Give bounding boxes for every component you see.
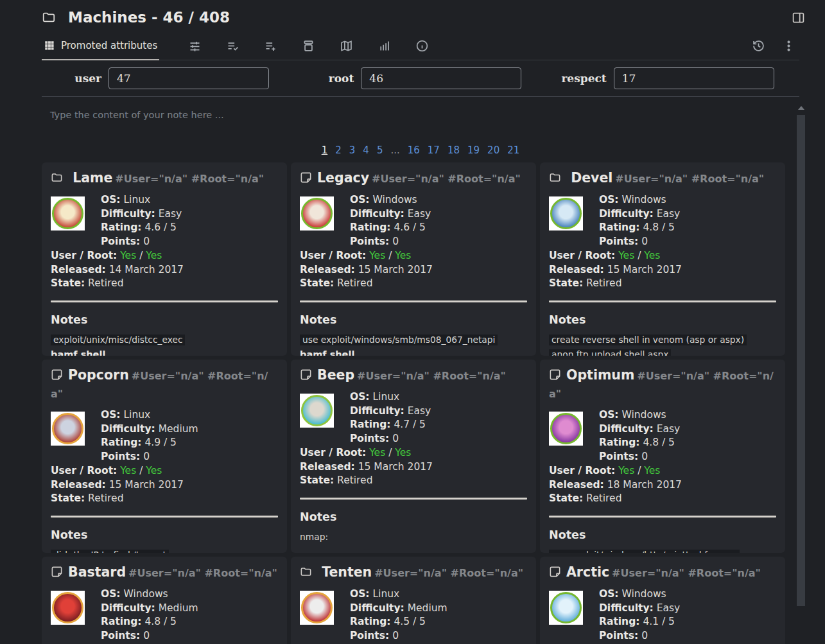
page-link-16[interactable]: 16 bbox=[408, 144, 420, 156]
points-label: Points: bbox=[599, 630, 638, 641]
points-value: 0 bbox=[392, 236, 399, 247]
page-link-4[interactable]: 4 bbox=[363, 144, 369, 156]
released-label: Released: bbox=[549, 264, 604, 275]
notes-heading: Notes bbox=[300, 510, 527, 523]
os-value: Linux bbox=[372, 391, 399, 403]
map-icon[interactable] bbox=[340, 39, 353, 53]
machine-card[interactable]: Optimum#User="n/a" #Root="n/a" OS: Windo… bbox=[540, 360, 785, 553]
note-line: nmap: bbox=[300, 532, 527, 543]
machine-card[interactable]: Legacy#User="n/a" #Root="n/a" OS: Window… bbox=[291, 162, 536, 356]
machine-card[interactable]: Tenten#User="n/a" #Root="n/a" OS: Linux … bbox=[291, 557, 536, 644]
released-value: 15 March 2017 bbox=[358, 461, 433, 473]
info-icon[interactable] bbox=[415, 39, 429, 53]
points-value: 0 bbox=[641, 451, 648, 462]
avatar-image bbox=[301, 395, 333, 426]
difficulty-value: Easy bbox=[159, 208, 182, 220]
page-link-21[interactable]: 21 bbox=[507, 144, 519, 156]
user-root-line: User / Root: Yes / Yes bbox=[549, 464, 776, 478]
pagination: 12345...161718192021 bbox=[42, 144, 799, 156]
released-label: Released: bbox=[300, 264, 355, 275]
os-label: OS: bbox=[101, 194, 121, 205]
machine-details: OS: Linux Difficulty: Easy Rating: 4.6 /… bbox=[51, 193, 278, 291]
filter-respect: respect bbox=[547, 67, 799, 89]
root-flag: Yes bbox=[146, 250, 162, 261]
note-line: dirb the IP to find /torrent bbox=[51, 550, 278, 553]
page-link-3[interactable]: 3 bbox=[349, 144, 356, 156]
machine-card[interactable]: Lame#User="n/a" #Root="n/a" OS: Linux Di… bbox=[42, 162, 287, 356]
machine-card[interactable]: Beep#User="n/a" #Root="n/a" OS: Linux Di… bbox=[291, 360, 536, 553]
notes-heading: Notes bbox=[51, 528, 278, 541]
bar-chart-icon[interactable] bbox=[378, 39, 391, 53]
kebab-menu-icon[interactable] bbox=[782, 39, 795, 53]
difficulty-value: Medium bbox=[408, 602, 447, 614]
scrollbar-thumb[interactable] bbox=[797, 115, 805, 606]
scroll-up-arrow[interactable] bbox=[798, 106, 804, 110]
history-icon[interactable] bbox=[752, 39, 765, 53]
rating-label: Rating: bbox=[101, 437, 141, 448]
machine-tags: #User="n/a" #Root="n/a" bbox=[612, 567, 761, 579]
state-label: State: bbox=[51, 492, 85, 504]
page-link-2[interactable]: 2 bbox=[335, 144, 342, 156]
page-link-18[interactable]: 18 bbox=[447, 144, 460, 156]
note-line: exploit/unix/misc/distcc_exec bbox=[51, 335, 278, 345]
rating-label: Rating: bbox=[599, 616, 639, 627]
points-value: 0 bbox=[392, 630, 399, 641]
machine-card[interactable]: Arctic#User="n/a" #Root="n/a" OS: Window… bbox=[540, 557, 785, 644]
machine-title: Arctic#User="n/a" #Root="n/a" bbox=[549, 564, 776, 582]
machine-card[interactable]: Bastard#User="n/a" #Root="n/a" OS: Windo… bbox=[42, 557, 287, 644]
panel-toggle-button[interactable] bbox=[792, 11, 805, 27]
state-label: State: bbox=[549, 492, 583, 504]
state-line: State: Retired bbox=[51, 492, 278, 506]
rating-label: Rating: bbox=[350, 419, 390, 430]
released-line: Released: 15 March 2017 bbox=[300, 460, 527, 474]
user-input[interactable] bbox=[109, 67, 269, 89]
list-check-icon[interactable] bbox=[226, 39, 239, 53]
state-value: Retired bbox=[88, 492, 123, 504]
machine-name: Bastard bbox=[68, 564, 126, 580]
page-link-1[interactable]: 1 bbox=[322, 144, 328, 156]
rating-value: 4.5 / 5 bbox=[394, 616, 426, 627]
sliders-icon[interactable] bbox=[188, 39, 202, 53]
difficulty-label: Difficulty: bbox=[350, 405, 404, 417]
machine-tags: #User="n/a" #Root="n/a" bbox=[357, 370, 506, 382]
tab-promoted-attributes[interactable]: Promoted attributes bbox=[42, 31, 159, 60]
machine-card[interactable]: Popcorn#User="n/a" #Root="n/a" OS: Linux… bbox=[42, 360, 287, 553]
page-link-19[interactable]: 19 bbox=[467, 144, 480, 156]
machine-card[interactable]: Devel#User="n/a" #Root="n/a" OS: Windows… bbox=[540, 162, 785, 356]
user-flag: Yes bbox=[369, 250, 385, 261]
respect-input[interactable] bbox=[614, 67, 774, 89]
card-divider bbox=[300, 498, 527, 500]
page-link-5[interactable]: 5 bbox=[377, 144, 383, 156]
released-value: 14 March 2017 bbox=[109, 264, 184, 275]
folder-icon bbox=[549, 171, 561, 184]
machine-avatar bbox=[549, 412, 583, 446]
avatar-image bbox=[52, 413, 83, 444]
note-editor-placeholder[interactable]: Type the content of your note here ... bbox=[42, 97, 799, 120]
note-icon bbox=[549, 566, 561, 578]
difficulty-label: Difficulty: bbox=[350, 208, 404, 220]
avatar-image bbox=[301, 592, 333, 623]
machine-avatar bbox=[300, 196, 334, 231]
points-label: Points: bbox=[350, 433, 389, 444]
os-label: OS: bbox=[101, 588, 121, 600]
state-label: State: bbox=[300, 277, 334, 289]
rating-label: Rating: bbox=[101, 222, 141, 233]
state-label: State: bbox=[300, 474, 334, 486]
notes-preview: nmap: bbox=[300, 532, 527, 543]
card-divider bbox=[51, 516, 278, 518]
machine-title: Optimum#User="n/a" #Root="n/a" bbox=[549, 367, 776, 403]
list-plus-icon[interactable] bbox=[264, 39, 277, 53]
archive-icon[interactable] bbox=[302, 39, 315, 53]
points-value: 0 bbox=[143, 236, 150, 247]
page-link-20[interactable]: 20 bbox=[487, 144, 499, 156]
root-input[interactable] bbox=[361, 67, 521, 89]
machine-tags: #User="n/a" #Root="n/a" bbox=[115, 173, 264, 185]
difficulty-label: Difficulty: bbox=[599, 423, 654, 435]
machine-title: Lame#User="n/a" #Root="n/a" bbox=[51, 170, 278, 187]
machines-grid: Lame#User="n/a" #Root="n/a" OS: Linux Di… bbox=[42, 162, 785, 644]
machine-tags: #User="n/a" #Root="n/a" bbox=[374, 567, 523, 579]
os-value: Windows bbox=[123, 588, 168, 600]
page-link-17[interactable]: 17 bbox=[428, 144, 440, 156]
state-line: State: Retired bbox=[51, 277, 278, 291]
machine-name: Legacy bbox=[317, 170, 369, 186]
